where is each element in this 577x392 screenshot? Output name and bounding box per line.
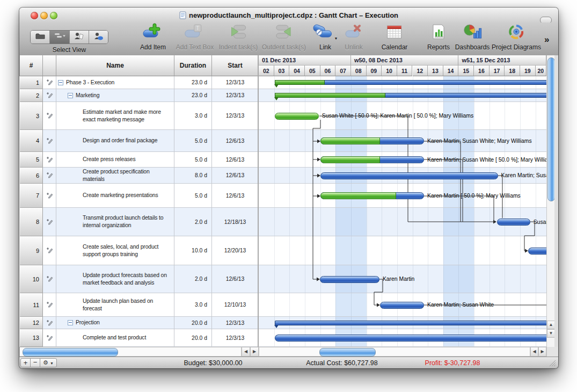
task-name-cell[interactable]: Complete and test product [56,329,174,347]
start-cell[interactable]: 12/3/13 [212,76,259,89]
task-name-cell[interactable]: Update launch plan based on forecast [56,293,174,317]
start-cell[interactable]: 12/6/13 [212,184,259,208]
row-number-cell[interactable]: 3 [20,102,43,130]
row-number-cell[interactable]: 6 [20,168,43,184]
toolbar-button-calendar[interactable]: Calendar [382,25,408,51]
duration-cell[interactable]: 20.0 d [174,317,212,329]
chart-vscroll-thumb[interactable] [547,57,555,201]
duration-cell[interactable]: 3.0 d [174,293,212,317]
pane-splitter[interactable] [258,55,259,347]
row-number-cell[interactable]: 4 [20,130,43,152]
add-row-button[interactable]: + [20,358,31,367]
gantt-task-bar[interactable] [275,113,319,120]
duration-cell[interactable]: 2.0 d [174,265,212,293]
duration-cell[interactable]: 5.0 d [174,130,212,152]
toolbar-button-project-diagrams[interactable]: Project Diagrams [492,25,541,51]
row-edit-cell[interactable] [43,329,56,347]
duration-cell[interactable]: 10.0 d [174,236,212,265]
toolbar-button-dashboards[interactable]: Dashboards [455,25,490,51]
start-cell[interactable]: 12/18/13 [212,208,259,236]
select-view-segmented-control[interactable] [30,30,108,44]
row-number-cell[interactable]: 2 [20,89,43,102]
row-edit-cell[interactable] [43,89,56,102]
gantt-summary-bar[interactable] [275,321,546,325]
gantt-task-bar[interactable] [497,219,530,226]
task-name-cell[interactable]: Design and order final package [56,130,174,152]
collapse-icon[interactable] [68,93,73,98]
table-hscroll-thumb[interactable] [23,348,118,357]
task-name-cell[interactable]: Create press releases [56,152,174,168]
row-number-cell[interactable]: 11 [20,293,43,317]
gantt-task-bar[interactable] [320,192,424,199]
row-edit-cell[interactable] [43,184,56,208]
gantt-task-bar[interactable] [320,156,424,163]
chart-vscroll-up-stepper[interactable]: ▲ [547,321,555,329]
row-edit-cell[interactable] [43,168,56,184]
duration-cell[interactable]: 23.0 d [174,89,212,102]
row-number-cell[interactable]: 8 [20,208,43,236]
toolbar-button-add-item[interactable]: Add Item [140,25,166,51]
start-cell[interactable]: 12/20/13 [212,236,259,265]
gantt-task-bar[interactable] [320,276,379,283]
row-number-cell[interactable]: 13 [20,329,43,347]
gantt-task-bar[interactable] [320,137,424,144]
chart-vscroll-down-stepper[interactable]: ▼ [547,329,555,338]
gantt-task-bar[interactable] [320,172,498,179]
chart-hscroll-thumb[interactable] [319,348,376,357]
row-number-cell[interactable]: 7 [20,184,43,208]
row-number-cell[interactable]: 12 [20,317,43,329]
row-edit-cell[interactable] [43,152,56,168]
chart-hscroll-left-stepper[interactable]: ◀ [530,347,538,357]
chart-hscroll-right-stepper[interactable]: ▶ [538,347,546,357]
view-segment-resource-usage-view[interactable] [89,31,108,43]
row-edit-cell[interactable] [43,265,56,293]
gantt-summary-bar[interactable] [275,80,546,85]
task-name-cell[interactable]: Projection [56,317,174,329]
start-cell[interactable]: 12/10/13 [212,293,259,317]
task-name-cell[interactable]: Create marketing presentations [56,184,174,208]
collapse-icon[interactable] [68,320,73,325]
column-header-Duration[interactable]: Duration [174,55,212,76]
start-cell[interactable]: 12/3/13 [212,102,259,130]
remove-row-button[interactable]: − [30,358,40,367]
gantt-summary-bar[interactable] [275,93,546,98]
task-name-cell[interactable]: Phase 3 - Execution [56,76,174,89]
row-edit-cell[interactable] [43,236,56,265]
toolbar-button-link[interactable]: ▼Link [313,25,338,51]
table-hscroll-right-stepper[interactable]: ▶ [250,347,259,357]
row-edit-cell[interactable] [43,130,56,152]
task-name-cell[interactable]: Create sales, local, and product support… [56,236,174,265]
start-cell[interactable]: 12/6/13 [212,152,259,168]
row-number-cell[interactable]: 1 [20,76,43,89]
view-segment-resource-doc-view[interactable] [70,31,89,43]
task-name-cell[interactable]: Create product specification materials [56,168,174,184]
toolbar-overflow-chevron[interactable]: » [544,34,549,45]
column-header-#[interactable]: # [20,55,43,76]
task-name-cell[interactable]: Transmit product launch details to inter… [56,208,174,236]
duration-cell[interactable]: 3.0 d [174,102,212,130]
row-number-cell[interactable]: 9 [20,236,43,265]
collapse-icon[interactable] [58,80,63,85]
row-number-cell[interactable]: 5 [20,152,43,168]
view-segment-gantt-view[interactable] [50,31,69,43]
duration-cell[interactable]: 5.0 d [174,152,212,168]
duration-cell[interactable]: 23.0 d [174,76,212,89]
task-name-cell[interactable]: Update product forecasts based on market… [56,265,174,293]
gantt-task-bar[interactable] [528,248,546,255]
task-name-cell[interactable]: Marketing [56,89,174,102]
duration-cell[interactable]: 20.0 d [174,329,212,347]
column-header-Name[interactable]: Name [56,55,174,76]
start-cell[interactable]: 12/3/13 [212,329,259,347]
duration-cell[interactable]: 2.0 d [174,208,212,236]
row-edit-cell[interactable] [43,293,56,317]
row-edit-cell[interactable] [43,102,56,130]
start-cell[interactable]: 12/6/13 [212,168,259,184]
chart-hscroll-track[interactable] [259,347,530,357]
start-cell[interactable]: 12/3/13 [212,89,259,102]
column-header-icon[interactable] [43,55,56,76]
row-edit-cell[interactable] [43,208,56,236]
toolbar-button-reports[interactable]: Reports [427,25,450,51]
row-edit-cell[interactable] [43,76,56,89]
table-hscroll-left-stepper[interactable]: ◀ [242,347,250,357]
duration-cell[interactable]: 5.0 d [174,184,212,208]
